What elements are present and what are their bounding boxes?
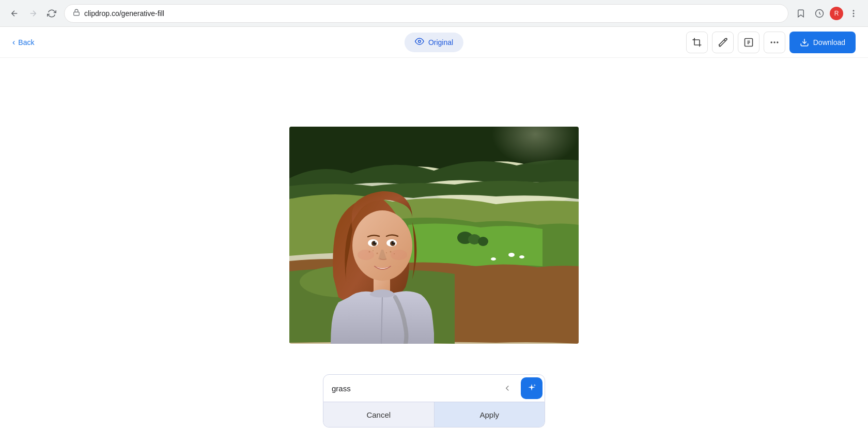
original-button[interactable]: Original [405, 33, 463, 52]
toolbar-center: Original [405, 33, 463, 52]
prompt-row [323, 374, 545, 402]
back-label: Back [18, 38, 34, 47]
svg-rect-6 [694, 40, 700, 45]
svg-rect-42 [470, 127, 579, 204]
original-label: Original [428, 38, 453, 47]
svg-point-39 [390, 251, 392, 252]
nav-buttons [6, 5, 60, 22]
download-icon [800, 38, 809, 47]
svg-point-38 [386, 252, 387, 253]
app-toolbar: ‹ Back Original [0, 27, 868, 58]
lock-icon [73, 9, 80, 18]
svg-point-3 [853, 13, 854, 14]
download-label: Download [813, 38, 845, 47]
svg-point-37 [377, 252, 378, 254]
svg-point-11 [773, 41, 775, 43]
prompt-back-button[interactable] [498, 379, 517, 398]
more-options-button[interactable] [764, 32, 785, 53]
toolbar-right: Download [686, 32, 856, 53]
svg-rect-0 [74, 12, 80, 15]
canvas-area: Cancel Apply [0, 58, 868, 443]
svg-point-10 [770, 41, 772, 43]
image-container [289, 127, 579, 344]
bottom-toolbar: Cancel Apply [323, 374, 545, 427]
forward-nav-button[interactable] [25, 5, 41, 22]
download-button[interactable]: Download [789, 32, 856, 53]
svg-point-2 [853, 10, 854, 11]
svg-point-17 [508, 253, 515, 257]
back-nav-button[interactable] [6, 5, 23, 22]
browser-actions: R [793, 5, 862, 22]
svg-point-22 [478, 237, 488, 246]
profile-avatar[interactable]: R [830, 7, 843, 20]
edit-tool-button[interactable] [738, 32, 760, 53]
svg-point-12 [777, 41, 778, 43]
svg-point-35 [369, 251, 370, 252]
svg-point-18 [519, 255, 524, 258]
sparkle-icon [526, 383, 537, 393]
svg-point-5 [419, 40, 421, 42]
svg-point-40 [394, 253, 395, 254]
svg-point-33 [358, 250, 374, 260]
bookmark-button[interactable] [793, 5, 809, 22]
svg-point-34 [391, 250, 407, 260]
svg-point-32 [394, 241, 395, 242]
prompt-input[interactable] [323, 375, 498, 402]
menu-button[interactable] [845, 5, 862, 22]
refresh-button[interactable] [43, 5, 60, 22]
svg-point-19 [491, 257, 496, 261]
address-bar[interactable]: clipdrop.co/generative-fill [64, 4, 788, 23]
url-text: clipdrop.co/generative-fill [84, 9, 780, 18]
svg-point-36 [373, 250, 374, 251]
extension-button[interactable] [811, 5, 828, 22]
eye-icon [415, 37, 424, 48]
app-content: ‹ Back Original [0, 27, 868, 443]
back-button[interactable]: ‹ Back [12, 38, 34, 47]
apply-button[interactable]: Apply [435, 402, 545, 427]
cancel-button[interactable]: Cancel [323, 402, 435, 427]
browser-chrome: clipdrop.co/generative-fill R [0, 0, 868, 27]
svg-point-4 [853, 16, 854, 17]
eraser-tool-button[interactable] [712, 32, 734, 53]
crop-tool-button[interactable] [686, 32, 708, 53]
main-image [289, 127, 579, 344]
action-row: Cancel Apply [323, 402, 545, 427]
prompt-submit-button[interactable] [521, 377, 542, 399]
back-chevron-icon: ‹ [12, 38, 15, 47]
svg-point-24 [352, 210, 412, 281]
svg-point-31 [375, 241, 377, 242]
